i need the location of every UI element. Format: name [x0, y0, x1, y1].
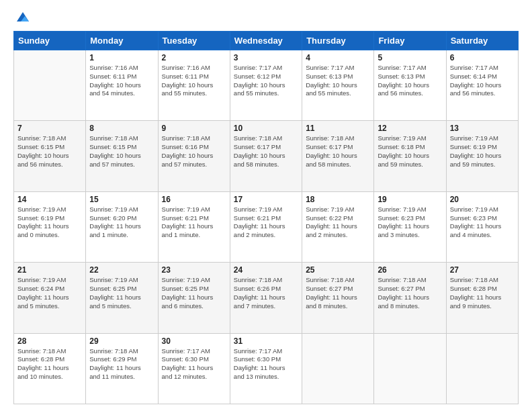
day-number: 10: [234, 124, 298, 133]
calendar-day-cell: 19Sunrise: 7:19 AM Sunset: 6:23 PM Dayli…: [374, 191, 446, 262]
calendar-day-cell: 12Sunrise: 7:19 AM Sunset: 6:18 PM Dayli…: [374, 121, 446, 191]
logo-icon: [15, 9, 30, 24]
calendar-day-cell: 11Sunrise: 7:18 AM Sunset: 6:17 PM Dayli…: [302, 121, 374, 191]
day-info: Sunrise: 7:17 AM Sunset: 6:13 PM Dayligh…: [306, 64, 370, 98]
day-info: Sunrise: 7:17 AM Sunset: 6:12 PM Dayligh…: [234, 64, 298, 98]
day-info: Sunrise: 7:17 AM Sunset: 6:13 PM Dayligh…: [378, 64, 442, 98]
calendar-day-cell: 13Sunrise: 7:19 AM Sunset: 6:19 PM Dayli…: [446, 121, 518, 191]
day-info: Sunrise: 7:18 AM Sunset: 6:27 PM Dayligh…: [378, 276, 442, 310]
day-info: Sunrise: 7:19 AM Sunset: 6:20 PM Dayligh…: [89, 205, 154, 240]
calendar-day-cell: 30Sunrise: 7:17 AM Sunset: 6:30 PM Dayli…: [158, 333, 230, 404]
day-number: 17: [234, 195, 298, 204]
day-info: Sunrise: 7:18 AM Sunset: 6:17 PM Dayligh…: [306, 134, 370, 169]
calendar-day-cell: 6Sunrise: 7:17 AM Sunset: 6:14 PM Daylig…: [446, 50, 518, 121]
calendar-day-cell: 27Sunrise: 7:18 AM Sunset: 6:28 PM Dayli…: [446, 263, 518, 333]
day-info: Sunrise: 7:18 AM Sunset: 6:16 PM Dayligh…: [162, 134, 226, 169]
calendar-day-cell: [446, 333, 518, 404]
day-info: Sunrise: 7:19 AM Sunset: 6:25 PM Dayligh…: [162, 276, 226, 310]
day-number: 28: [17, 336, 82, 346]
day-info: Sunrise: 7:18 AM Sunset: 6:17 PM Dayligh…: [234, 134, 298, 169]
calendar-day-cell: 14Sunrise: 7:19 AM Sunset: 6:19 PM Dayli…: [14, 191, 86, 262]
calendar-header-row: SundayMondayTuesdayWednesdayThursdayFrid…: [14, 32, 519, 50]
calendar-week-row: 28Sunrise: 7:18 AM Sunset: 6:28 PM Dayli…: [14, 333, 519, 404]
calendar-table: SundayMondayTuesdayWednesdayThursdayFrid…: [13, 31, 519, 404]
day-number: 31: [234, 336, 298, 346]
day-number: 11: [306, 124, 370, 133]
calendar-day-cell: 22Sunrise: 7:19 AM Sunset: 6:25 PM Dayli…: [86, 263, 158, 333]
calendar-day-cell: 5Sunrise: 7:17 AM Sunset: 6:13 PM Daylig…: [374, 50, 446, 121]
calendar-week-row: 7Sunrise: 7:18 AM Sunset: 6:15 PM Daylig…: [14, 121, 519, 191]
day-number: 20: [450, 195, 515, 204]
day-info: Sunrise: 7:18 AM Sunset: 6:28 PM Dayligh…: [450, 276, 515, 310]
day-number: 29: [89, 336, 154, 346]
calendar-weekday-friday: Friday: [374, 32, 446, 50]
day-number: 21: [17, 265, 82, 275]
calendar-day-cell: 4Sunrise: 7:17 AM Sunset: 6:13 PM Daylig…: [302, 50, 374, 121]
calendar-week-row: 14Sunrise: 7:19 AM Sunset: 6:19 PM Dayli…: [14, 191, 519, 262]
day-info: Sunrise: 7:17 AM Sunset: 6:14 PM Dayligh…: [450, 64, 515, 98]
calendar-weekday-saturday: Saturday: [446, 32, 518, 50]
calendar-weekday-wednesday: Wednesday: [230, 32, 302, 50]
calendar-weekday-tuesday: Tuesday: [158, 32, 230, 50]
calendar-day-cell: 10Sunrise: 7:18 AM Sunset: 6:17 PM Dayli…: [230, 121, 302, 191]
calendar-day-cell: 20Sunrise: 7:19 AM Sunset: 6:23 PM Dayli…: [446, 191, 518, 262]
calendar-day-cell: 26Sunrise: 7:18 AM Sunset: 6:27 PM Dayli…: [374, 263, 446, 333]
calendar-weekday-thursday: Thursday: [302, 32, 374, 50]
day-number: 25: [306, 265, 370, 275]
calendar-day-cell: 16Sunrise: 7:19 AM Sunset: 6:21 PM Dayli…: [158, 191, 230, 262]
day-info: Sunrise: 7:19 AM Sunset: 6:21 PM Dayligh…: [162, 205, 226, 240]
day-number: 18: [306, 195, 370, 204]
day-info: Sunrise: 7:19 AM Sunset: 6:19 PM Dayligh…: [450, 134, 515, 169]
day-number: 6: [450, 53, 515, 62]
day-number: 8: [89, 124, 154, 133]
calendar-day-cell: 31Sunrise: 7:17 AM Sunset: 6:30 PM Dayli…: [230, 333, 302, 404]
calendar-day-cell: 3Sunrise: 7:17 AM Sunset: 6:12 PM Daylig…: [230, 50, 302, 121]
calendar-weekday-monday: Monday: [86, 32, 158, 50]
day-number: 13: [450, 124, 515, 133]
day-info: Sunrise: 7:18 AM Sunset: 6:29 PM Dayligh…: [89, 347, 154, 381]
day-number: 5: [378, 53, 442, 62]
day-number: 15: [89, 195, 154, 204]
day-info: Sunrise: 7:19 AM Sunset: 6:19 PM Dayligh…: [17, 205, 82, 240]
calendar-day-cell: [302, 333, 374, 404]
day-info: Sunrise: 7:19 AM Sunset: 6:22 PM Dayligh…: [306, 205, 370, 240]
day-info: Sunrise: 7:19 AM Sunset: 6:23 PM Dayligh…: [450, 205, 515, 240]
day-info: Sunrise: 7:18 AM Sunset: 6:26 PM Dayligh…: [234, 276, 298, 310]
day-number: 19: [378, 195, 442, 204]
day-number: 1: [89, 53, 154, 62]
calendar-day-cell: 7Sunrise: 7:18 AM Sunset: 6:15 PM Daylig…: [14, 121, 86, 191]
calendar-weekday-sunday: Sunday: [14, 32, 86, 50]
day-number: 24: [234, 265, 298, 275]
calendar-day-cell: 9Sunrise: 7:18 AM Sunset: 6:16 PM Daylig…: [158, 121, 230, 191]
day-number: 3: [234, 53, 298, 62]
day-info: Sunrise: 7:18 AM Sunset: 6:15 PM Dayligh…: [17, 134, 82, 169]
day-info: Sunrise: 7:19 AM Sunset: 6:23 PM Dayligh…: [378, 205, 442, 240]
day-number: 9: [162, 124, 226, 133]
calendar-day-cell: 15Sunrise: 7:19 AM Sunset: 6:20 PM Dayli…: [86, 191, 158, 262]
day-number: 16: [162, 195, 226, 204]
calendar-week-row: 1Sunrise: 7:16 AM Sunset: 6:11 PM Daylig…: [14, 50, 519, 121]
calendar-day-cell: 1Sunrise: 7:16 AM Sunset: 6:11 PM Daylig…: [86, 50, 158, 121]
page: SundayMondayTuesdayWednesdayThursdayFrid…: [0, 0, 532, 411]
day-info: Sunrise: 7:17 AM Sunset: 6:30 PM Dayligh…: [162, 347, 226, 381]
calendar-day-cell: 21Sunrise: 7:19 AM Sunset: 6:24 PM Dayli…: [14, 263, 86, 333]
calendar-day-cell: 24Sunrise: 7:18 AM Sunset: 6:26 PM Dayli…: [230, 263, 302, 333]
calendar-day-cell: [14, 50, 86, 121]
calendar-day-cell: 29Sunrise: 7:18 AM Sunset: 6:29 PM Dayli…: [86, 333, 158, 404]
day-number: 7: [17, 124, 82, 133]
day-info: Sunrise: 7:19 AM Sunset: 6:25 PM Dayligh…: [89, 276, 154, 310]
day-info: Sunrise: 7:16 AM Sunset: 6:11 PM Dayligh…: [162, 64, 226, 98]
header: [13, 11, 519, 24]
day-info: Sunrise: 7:19 AM Sunset: 6:24 PM Dayligh…: [17, 276, 82, 310]
day-number: 12: [378, 124, 442, 133]
day-info: Sunrise: 7:18 AM Sunset: 6:27 PM Dayligh…: [306, 276, 370, 310]
day-info: Sunrise: 7:18 AM Sunset: 6:28 PM Dayligh…: [17, 347, 82, 381]
calendar-week-row: 21Sunrise: 7:19 AM Sunset: 6:24 PM Dayli…: [14, 263, 519, 333]
day-info: Sunrise: 7:18 AM Sunset: 6:15 PM Dayligh…: [89, 134, 154, 169]
calendar-day-cell: 23Sunrise: 7:19 AM Sunset: 6:25 PM Dayli…: [158, 263, 230, 333]
day-number: 2: [162, 53, 226, 62]
day-number: 26: [378, 265, 442, 275]
calendar-day-cell: 28Sunrise: 7:18 AM Sunset: 6:28 PM Dayli…: [14, 333, 86, 404]
day-number: 22: [89, 265, 154, 275]
day-info: Sunrise: 7:19 AM Sunset: 6:21 PM Dayligh…: [234, 205, 298, 240]
